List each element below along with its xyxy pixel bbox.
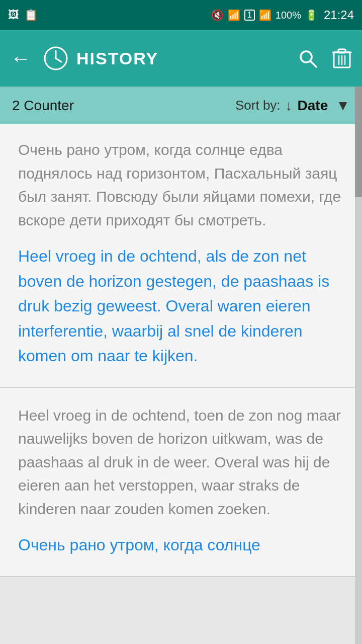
status-bar: 🖼 📋 🔇 📶 1 📶 100% 🔋 21:24 bbox=[0, 0, 362, 30]
content-area: Очень рано утром, когда солнце едва подн… bbox=[0, 124, 362, 577]
dutch-gray-text-2: Heel vroeg in de ochtend, toen de zon no… bbox=[18, 404, 344, 521]
sort-bar: 2 Counter Sort by: ↓ Date ▼ bbox=[0, 87, 362, 124]
clock-icon bbox=[43, 46, 68, 71]
sort-controls[interactable]: Sort by: ↓ Date ▼ bbox=[235, 98, 350, 114]
search-icon[interactable] bbox=[298, 48, 318, 68]
app-bar-actions bbox=[298, 47, 352, 69]
status-bar-left: 🖼 📋 bbox=[8, 9, 38, 22]
russian-text-1: Очень рано утром, когда солнце едва подн… bbox=[18, 138, 344, 232]
russian-partial-2: Очень рано утром, когда солнце bbox=[18, 533, 344, 558]
dutch-translation-1: Heel vroeg in de ochtend, als de zon net… bbox=[18, 244, 344, 369]
app-bar-title: HISTORY bbox=[76, 49, 158, 68]
sort-dropdown-icon[interactable]: ▼ bbox=[336, 98, 350, 114]
svg-rect-7 bbox=[338, 49, 345, 53]
wifi-icon: 📶 bbox=[228, 9, 240, 21]
sim-1-icon: 1 bbox=[244, 10, 255, 21]
time-display: 21:24 bbox=[324, 8, 354, 22]
clipboard-icon: 📋 bbox=[24, 9, 38, 22]
sort-direction-icon[interactable]: ↓ bbox=[286, 98, 293, 114]
screenshot-icon: 🖼 bbox=[8, 9, 19, 22]
back-button[interactable]: ← bbox=[10, 46, 31, 70]
history-card-1: Очень рано утром, когда солнце едва подн… bbox=[0, 124, 362, 388]
scroll-thumb[interactable] bbox=[355, 87, 362, 197]
svg-line-4 bbox=[310, 61, 316, 67]
sort-by-label: Sort by: bbox=[235, 98, 281, 113]
history-card-2: Heel vroeg in de ochtend, toen de zon no… bbox=[0, 388, 362, 577]
svg-line-2 bbox=[56, 58, 61, 62]
delete-icon[interactable] bbox=[332, 47, 352, 69]
app-bar-title-group: HISTORY bbox=[43, 46, 286, 71]
signal-icon: 📶 bbox=[259, 9, 272, 21]
counter-label: 2 Counter bbox=[12, 98, 235, 114]
battery-icon: 🔋 bbox=[305, 9, 318, 21]
app-bar: ← HISTORY bbox=[0, 30, 362, 87]
mute-icon: 🔇 bbox=[211, 9, 224, 21]
battery-percent: 100% bbox=[276, 10, 301, 21]
sort-value: Date bbox=[298, 98, 328, 114]
status-bar-right: 🔇 📶 1 📶 100% 🔋 21:24 bbox=[211, 8, 354, 22]
